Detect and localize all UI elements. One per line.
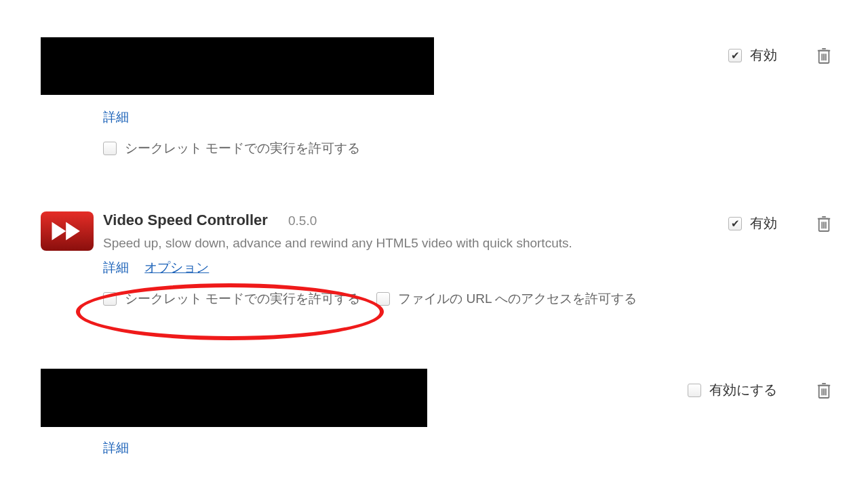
enable-label: 有効にする <box>709 381 777 399</box>
delete-extension-button[interactable] <box>816 382 831 399</box>
trash-icon <box>816 215 831 232</box>
enabled-label: 有効 <box>750 46 777 64</box>
trash-icon <box>816 382 831 399</box>
delete-extension-button[interactable] <box>816 47 831 64</box>
checkbox-icon <box>103 142 117 155</box>
extension-description: Speed up, slow down, advance and rewind … <box>103 236 678 251</box>
allow-incognito-toggle-1[interactable]: シークレット モードでの実行を許可する <box>103 140 360 157</box>
details-link[interactable]: 詳細 <box>103 110 129 124</box>
allow-incognito-label: シークレット モードでの実行を許可する <box>125 290 360 308</box>
enabled-toggle-2[interactable]: 有効 <box>728 214 777 232</box>
allow-file-urls-toggle[interactable]: ファイルの URL へのアクセスを許可する <box>376 290 637 308</box>
allow-incognito-label: シークレット モードでの実行を許可する <box>125 140 360 157</box>
enable-toggle-3[interactable]: 有効にする <box>688 381 777 399</box>
checkbox-icon <box>688 384 701 397</box>
details-link[interactable]: 詳細 <box>103 260 129 274</box>
redacted-extension-3 <box>41 369 427 427</box>
enabled-toggle-1[interactable]: 有効 <box>728 46 777 64</box>
extension-name: Video Speed Controller <box>103 211 268 228</box>
trash-icon <box>816 47 831 64</box>
checkbox-icon <box>376 292 390 306</box>
checkbox-icon <box>728 49 742 62</box>
enabled-label: 有効 <box>750 214 777 232</box>
redacted-extension-1 <box>41 37 434 95</box>
allow-file-urls-label: ファイルの URL へのアクセスを許可する <box>398 290 637 308</box>
details-link[interactable]: 詳細 <box>103 441 129 455</box>
allow-incognito-toggle-2[interactable]: シークレット モードでの実行を許可する <box>103 290 360 308</box>
checkbox-icon <box>103 292 117 306</box>
extension-version: 0.5.0 <box>288 214 317 228</box>
checkbox-icon <box>728 217 742 230</box>
options-link[interactable]: オプション <box>144 260 209 274</box>
delete-extension-button[interactable] <box>816 215 831 232</box>
